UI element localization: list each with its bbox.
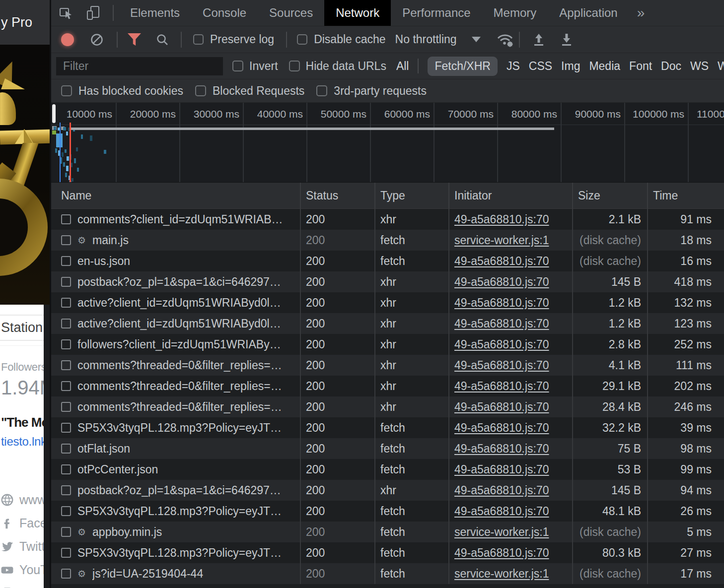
filter-chip-font[interactable]: Font [629,60,652,73]
initiator-link[interactable]: 49-a5a68810.js:70 [454,484,549,497]
filter-icon[interactable] [128,33,141,46]
initiator-link[interactable]: service-worker.js:1 [454,525,549,539]
throttling-select[interactable]: No throttling [395,33,457,46]
tab-network[interactable]: Network [324,0,391,26]
device-toolbar-icon[interactable] [86,5,102,21]
request-row[interactable]: SP5X3v3tyqPL.128.mp3?Policy=eyJT…200fetc… [51,542,724,563]
row-checkbox[interactable] [61,423,71,433]
request-row[interactable]: en-us.json200fetch49-a5a68810.js:70(disk… [51,251,724,271]
preserve-log-label[interactable]: Preserve log [210,33,274,46]
initiator-link[interactable]: 49-a5a68810.js:70 [454,421,549,435]
column-header-status[interactable]: Status [301,183,375,208]
row-checkbox[interactable] [61,485,71,495]
filter-chip-doc[interactable]: Doc [661,60,681,73]
initiator-link[interactable]: service-worker.js:1 [454,234,549,247]
initiator-link[interactable]: 49-a5a68810.js:70 [454,380,549,393]
request-row[interactable]: followers?client_id=zdUqm51WRIABy…200xhr… [51,334,724,355]
request-row[interactable]: active?client_id=zdUqm51WRIAByd0l…200xhr… [51,292,724,313]
invert-label[interactable]: Invert [249,60,278,73]
search-icon[interactable] [155,33,169,47]
third-party-requests-checkbox[interactable] [316,85,327,96]
inspect-element-icon[interactable] [59,5,74,21]
invert-checkbox[interactable] [232,61,243,71]
has-blocked-cookies-checkbox[interactable] [61,85,72,96]
filter-chip-ws[interactable]: WS [690,60,709,73]
request-row[interactable]: comments?threaded=0&filter_replies=…200x… [51,376,724,396]
filter-chip-css[interactable]: CSS [529,60,552,73]
request-row[interactable]: ⚙main.js200fetchservice-worker.js:1(disk… [51,230,724,251]
disable-cache-label[interactable]: Disable cache [314,33,385,46]
hide-data-urls-label[interactable]: Hide data URLs [306,60,386,73]
social-link[interactable]: YouTu [0,558,50,582]
tab-application[interactable]: Application [548,0,629,26]
row-checkbox[interactable] [61,569,71,579]
bio-link[interactable]: tiesto.lnk [0,435,50,449]
tab-console[interactable]: Console [191,0,258,26]
initiator-link[interactable]: 49-a5a68810.js:70 [454,296,549,310]
column-header-initiator[interactable]: Initiator [449,183,573,208]
initiator-link[interactable]: 49-a5a68810.js:70 [454,213,549,226]
station-tab[interactable]: Station [0,315,50,341]
column-header-size[interactable]: Size [573,183,648,208]
initiator-link[interactable]: 49-a5a68810.js:70 [454,505,549,518]
request-row[interactable]: ⚙js?id=UA-2519404-44200fetchservice-work… [51,563,724,584]
row-checkbox[interactable] [61,339,71,349]
blocked-requests-label[interactable]: Blocked Requests [213,84,304,98]
social-link[interactable]: Insta [0,582,50,588]
try-pro-label[interactable]: y Pro [1,15,32,30]
request-row[interactable]: postback?oz_pl=1&spa=1&ci=646297…200xhr4… [51,271,724,292]
request-row[interactable]: SP5X3v3tyqPL.128.mp3?Policy=eyJT…200fetc… [51,417,724,438]
social-link[interactable]: Faceb [0,512,50,535]
social-link[interactable]: Twitte [0,535,50,558]
filter-chip-all[interactable]: All [396,60,409,73]
initiator-link[interactable]: 49-a5a68810.js:70 [454,546,549,560]
record-network-log-button[interactable] [61,33,74,46]
request-row[interactable]: active?client_id=zdUqm51WRIAByd0l…200xhr… [51,313,724,334]
row-checkbox[interactable] [61,256,71,266]
request-row[interactable]: comments?threaded=0&filter_replies=…200x… [51,396,724,417]
initiator-link[interactable]: service-worker.js:1 [454,567,549,581]
initiator-link[interactable]: 49-a5a68810.js:70 [454,359,549,372]
preserve-log-checkbox[interactable] [193,34,204,45]
tab-elements[interactable]: Elements [119,0,191,26]
request-row[interactable]: comments?client_id=zdUqm51WRIAB…200xhr49… [51,209,724,230]
filter-chip-fetchxhr[interactable]: Fetch/XHR [428,57,497,76]
column-header-name[interactable]: Name [51,183,301,208]
row-checkbox[interactable] [61,548,71,558]
row-checkbox[interactable] [61,277,71,287]
network-overview-timeline[interactable]: 10000 ms20000 ms30000 ms40000 ms50000 ms… [51,103,724,183]
column-header-time[interactable]: Time [648,183,724,208]
initiator-link[interactable]: 49-a5a68810.js:70 [454,463,549,476]
filter-chip-js[interactable]: JS [507,60,520,73]
network-conditions-icon[interactable] [496,32,515,48]
blocked-requests-checkbox[interactable] [195,85,206,96]
hide-data-urls-checkbox[interactable] [289,61,300,71]
request-row[interactable]: comments?threaded=0&filter_replies=…200x… [51,355,724,376]
row-checkbox[interactable] [61,444,71,454]
request-row[interactable]: ⚙appboy.min.js200fetchservice-worker.js:… [51,522,724,542]
filter-chip-media[interactable]: Media [589,60,620,73]
filter-chip-img[interactable]: Img [561,60,580,73]
initiator-link[interactable]: 49-a5a68810.js:70 [454,442,549,456]
disable-cache-checkbox[interactable] [297,34,307,45]
row-checkbox[interactable] [61,381,71,391]
initiator-link[interactable]: 49-a5a68810.js:70 [454,338,549,351]
third-party-requests-label[interactable]: 3rd-party requests [334,84,427,98]
request-row[interactable]: otFlat.json200fetch49-a5a68810.js:7075 B… [51,438,724,459]
request-row[interactable]: postback?oz_pl=1&spa=1&ci=646297…200xhr4… [51,480,724,501]
initiator-link[interactable]: 49-a5a68810.js:70 [454,275,549,289]
tab-performance[interactable]: Performance [391,0,482,26]
column-header-type[interactable]: Type [375,183,449,208]
has-blocked-cookies-label[interactable]: Has blocked cookies [78,84,183,98]
row-checkbox[interactable] [61,464,71,474]
row-checkbox[interactable] [61,214,71,224]
filter-input[interactable] [56,57,223,75]
clear-network-log-icon[interactable] [90,33,104,47]
initiator-link[interactable]: 49-a5a68810.js:70 [454,400,549,414]
export-har-icon[interactable] [559,32,575,48]
row-checkbox[interactable] [61,506,71,516]
row-checkbox[interactable] [61,235,71,245]
row-checkbox[interactable] [61,298,71,308]
row-checkbox[interactable] [61,319,71,328]
initiator-link[interactable]: 49-a5a68810.js:70 [454,255,549,268]
